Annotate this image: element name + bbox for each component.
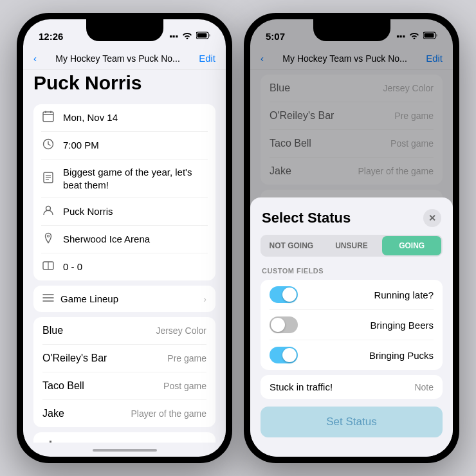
statistics-icon — [42, 440, 53, 443]
notes-icon — [41, 172, 55, 186]
svg-point-12 — [48, 235, 50, 237]
nav-bar-left: ‹ My Hockey Team vs Puck No... Edit — [23, 48, 226, 69]
person-icon — [41, 205, 55, 219]
svg-rect-20 — [50, 441, 51, 443]
score-text: 0 - 0 — [63, 261, 208, 273]
svg-rect-2 — [43, 112, 53, 122]
custom-fields-label: CUSTOM FIELDS — [250, 264, 453, 280]
statistics-row[interactable]: Statistics › — [33, 432, 215, 443]
lineup-row[interactable]: Game Lineup › — [33, 286, 215, 312]
unsure-button[interactable]: UNSURE — [322, 236, 381, 255]
field-row-1: O'Reiley's Bar Pre game — [42, 345, 206, 372]
field-label-3: Player of the game — [131, 408, 206, 419]
statistics-label: Statistics — [59, 441, 203, 443]
note-label: Note — [414, 382, 434, 392]
note-section[interactable]: Stuck in traffic! Note — [261, 375, 443, 399]
modal-close-button[interactable]: ✕ — [423, 209, 441, 227]
note-text: Stuck in traffic! — [270, 381, 333, 392]
toggle-row-2: Bringing Pucks — [270, 340, 434, 370]
toggle-running-late[interactable] — [270, 286, 298, 303]
notch — [86, 19, 163, 41]
toggle-section: Running late? Bringing Beers Bringing Pu… — [261, 280, 443, 370]
lineup-section[interactable]: Game Lineup › — [33, 286, 215, 312]
scroll-content-left: Mon, Nov 14 7:00 PM Biggest game of the … — [23, 99, 226, 443]
svg-rect-1 — [197, 33, 207, 37]
page-title-left: Puck Norris — [23, 69, 226, 99]
not-going-button[interactable]: NOT GOING — [262, 236, 321, 255]
opponent-text: Puck Norris — [63, 205, 208, 218]
location-icon — [41, 232, 55, 246]
toggle-row-1: Bringing Beers — [270, 310, 434, 340]
status-buttons-group: NOT GOING UNSURE GOING — [261, 235, 443, 257]
score-icon — [41, 260, 55, 274]
date-text: Mon, Nov 14 — [63, 111, 208, 124]
opponent-row: Puck Norris — [41, 198, 208, 226]
nav-title-left: My Hockey Team vs Puck No... — [37, 53, 199, 64]
toggle-label-2: Bringing Pucks — [369, 350, 434, 361]
lineup-icon — [42, 293, 54, 304]
venue-row: Sherwood Ice Arena — [41, 226, 208, 253]
field-name-2: Taco Bell — [42, 380, 84, 392]
field-name-0: Blue — [42, 325, 63, 336]
toggle-bringing-pucks[interactable] — [270, 347, 298, 363]
score-row: 0 - 0 — [41, 253, 208, 280]
lineup-label: Game Lineup — [60, 293, 203, 304]
wifi-left — [182, 32, 192, 41]
field-row-2: Taco Bell Post game — [42, 372, 206, 400]
field-name-3: Jake — [42, 408, 64, 419]
statistics-chevron: › — [203, 441, 206, 443]
toggle-knob-1 — [271, 318, 285, 332]
info-section: Mon, Nov 14 7:00 PM Biggest game of the … — [33, 104, 215, 280]
modal-overlay: Select Status ✕ NOT GOING UNSURE GOING C… — [250, 19, 453, 457]
left-phone: 12:26 ▪▪▪ ‹ My Hockey Team vs Puck No...… — [17, 13, 232, 463]
stats-section-left: Statistics › Score › — [33, 432, 215, 443]
toggle-knob-2 — [282, 348, 297, 362]
venue-text: Sherwood Ice Arena — [63, 233, 208, 246]
home-indicator-left — [93, 449, 157, 452]
clock-icon — [41, 138, 55, 152]
toggle-label-0: Running late? — [374, 289, 434, 300]
close-icon: ✕ — [428, 213, 436, 223]
toggle-row-0: Running late? — [270, 280, 434, 310]
notes-text: Biggest game of the year, let's beat the… — [63, 166, 208, 191]
lineup-chevron: › — [203, 294, 206, 304]
toggle-bringing-beers[interactable] — [270, 316, 298, 333]
edit-button-left[interactable]: Edit — [199, 53, 215, 64]
date-row: Mon, Nov 14 — [41, 104, 208, 132]
field-label-0: Jersey Color — [156, 325, 206, 336]
toggle-label-1: Bringing Beers — [371, 320, 434, 331]
modal-sheet: Select Status ✕ NOT GOING UNSURE GOING C… — [250, 197, 453, 457]
battery-left — [196, 32, 210, 41]
time-left: 12:26 — [39, 31, 63, 42]
field-label-2: Post game — [163, 381, 206, 391]
going-button[interactable]: GOING — [382, 236, 441, 255]
time-text: 7:00 PM — [63, 139, 208, 152]
signal-left: ▪▪▪ — [169, 32, 178, 41]
modal-header: Select Status ✕ — [250, 197, 453, 235]
calendar-icon — [41, 111, 55, 125]
time-row: 7:00 PM — [41, 132, 208, 160]
field-label-1: Pre game — [167, 353, 206, 363]
field-row-0: Blue Jersey Color — [42, 317, 206, 345]
set-status-button[interactable]: Set Status — [261, 407, 443, 437]
field-row-3: Jake Player of the game — [42, 400, 206, 427]
right-phone: 5:07 ▪▪▪ ‹ My Hockey Team vs Puck No... … — [244, 13, 459, 463]
toggle-knob-0 — [282, 288, 297, 302]
modal-title: Select Status — [262, 210, 351, 226]
field-name-1: O'Reiley's Bar — [42, 352, 107, 364]
notes-row: Biggest game of the year, let's beat the… — [41, 160, 208, 198]
fields-section-left: Blue Jersey Color O'Reiley's Bar Pre gam… — [33, 317, 215, 427]
